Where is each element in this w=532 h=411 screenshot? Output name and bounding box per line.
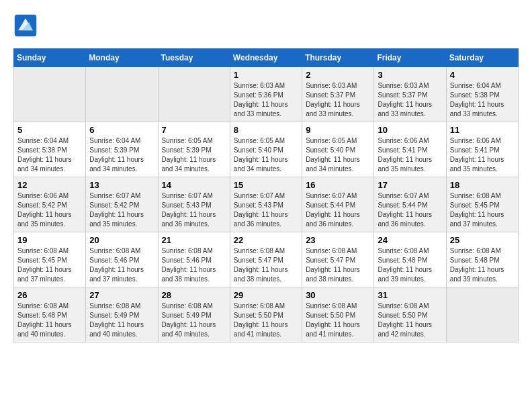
day-info: Sunrise: 6:08 AM Sunset: 5:46 PM Dayligh… bbox=[162, 246, 226, 284]
day-info: Sunrise: 6:03 AM Sunset: 5:37 PM Dayligh… bbox=[378, 81, 442, 119]
calendar-cell bbox=[14, 67, 86, 122]
calendar-cell: 13Sunrise: 6:07 AM Sunset: 5:42 PM Dayli… bbox=[86, 177, 158, 232]
day-info: Sunrise: 6:06 AM Sunset: 5:42 PM Dayligh… bbox=[17, 191, 82, 229]
logo bbox=[13, 13, 40, 38]
day-number: 29 bbox=[234, 290, 298, 300]
calendar-cell: 6Sunrise: 6:04 AM Sunset: 5:39 PM Daylig… bbox=[86, 122, 158, 177]
calendar-cell: 12Sunrise: 6:06 AM Sunset: 5:42 PM Dayli… bbox=[14, 177, 86, 232]
day-number: 31 bbox=[378, 290, 442, 300]
calendar-cell: 4Sunrise: 6:04 AM Sunset: 5:38 PM Daylig… bbox=[446, 67, 518, 122]
calendar-header-row: SundayMondayTuesdayWednesdayThursdayFrid… bbox=[14, 49, 519, 67]
day-info: Sunrise: 6:05 AM Sunset: 5:40 PM Dayligh… bbox=[306, 136, 370, 174]
calendar-cell: 8Sunrise: 6:05 AM Sunset: 5:40 PM Daylig… bbox=[230, 122, 302, 177]
day-number: 30 bbox=[306, 290, 370, 300]
calendar-week-row: 19Sunrise: 6:08 AM Sunset: 5:45 PM Dayli… bbox=[14, 232, 519, 287]
day-number: 17 bbox=[378, 180, 442, 190]
calendar-week-row: 1Sunrise: 6:03 AM Sunset: 5:36 PM Daylig… bbox=[14, 67, 519, 122]
day-number: 1 bbox=[234, 70, 298, 80]
day-info: Sunrise: 6:08 AM Sunset: 5:48 PM Dayligh… bbox=[17, 302, 82, 339]
day-info: Sunrise: 6:07 AM Sunset: 5:44 PM Dayligh… bbox=[378, 191, 442, 229]
day-info: Sunrise: 6:08 AM Sunset: 5:49 PM Dayligh… bbox=[162, 302, 226, 339]
calendar-header-friday: Friday bbox=[374, 49, 446, 67]
calendar-cell: 2Sunrise: 6:03 AM Sunset: 5:37 PM Daylig… bbox=[302, 67, 374, 122]
calendar-cell: 30Sunrise: 6:08 AM Sunset: 5:50 PM Dayli… bbox=[302, 287, 374, 342]
calendar-week-row: 5Sunrise: 6:04 AM Sunset: 5:38 PM Daylig… bbox=[14, 122, 519, 177]
day-number: 16 bbox=[306, 180, 370, 190]
day-number: 6 bbox=[89, 125, 154, 135]
day-number: 3 bbox=[378, 70, 442, 80]
day-info: Sunrise: 6:08 AM Sunset: 5:49 PM Dayligh… bbox=[89, 302, 154, 339]
day-number: 15 bbox=[234, 180, 298, 190]
day-number: 19 bbox=[17, 235, 82, 245]
calendar-cell: 16Sunrise: 6:07 AM Sunset: 5:44 PM Dayli… bbox=[302, 177, 374, 232]
day-number: 8 bbox=[234, 125, 298, 135]
day-info: Sunrise: 6:08 AM Sunset: 5:48 PM Dayligh… bbox=[450, 246, 515, 284]
calendar-cell: 22Sunrise: 6:08 AM Sunset: 5:47 PM Dayli… bbox=[230, 232, 302, 287]
day-info: Sunrise: 6:03 AM Sunset: 5:37 PM Dayligh… bbox=[306, 81, 370, 119]
day-number: 5 bbox=[17, 125, 82, 135]
day-info: Sunrise: 6:04 AM Sunset: 5:39 PM Dayligh… bbox=[89, 136, 154, 174]
calendar-cell: 20Sunrise: 6:08 AM Sunset: 5:46 PM Dayli… bbox=[86, 232, 158, 287]
calendar-header-thursday: Thursday bbox=[302, 49, 374, 67]
calendar-header-monday: Monday bbox=[86, 49, 158, 67]
day-number: 10 bbox=[378, 125, 442, 135]
calendar-cell: 21Sunrise: 6:08 AM Sunset: 5:46 PM Dayli… bbox=[158, 232, 230, 287]
day-info: Sunrise: 6:06 AM Sunset: 5:41 PM Dayligh… bbox=[450, 136, 515, 174]
calendar-cell: 23Sunrise: 6:08 AM Sunset: 5:47 PM Dayli… bbox=[302, 232, 374, 287]
day-info: Sunrise: 6:07 AM Sunset: 5:44 PM Dayligh… bbox=[306, 191, 370, 229]
calendar-week-row: 26Sunrise: 6:08 AM Sunset: 5:48 PM Dayli… bbox=[14, 287, 519, 342]
calendar-cell: 25Sunrise: 6:08 AM Sunset: 5:48 PM Dayli… bbox=[446, 232, 518, 287]
day-number: 20 bbox=[89, 235, 154, 245]
day-number: 21 bbox=[162, 235, 226, 245]
day-info: Sunrise: 6:05 AM Sunset: 5:40 PM Dayligh… bbox=[234, 136, 298, 174]
calendar-cell: 7Sunrise: 6:05 AM Sunset: 5:39 PM Daylig… bbox=[158, 122, 230, 177]
calendar-cell bbox=[158, 67, 230, 122]
calendar-cell: 26Sunrise: 6:08 AM Sunset: 5:48 PM Dayli… bbox=[14, 287, 86, 342]
day-info: Sunrise: 6:07 AM Sunset: 5:42 PM Dayligh… bbox=[89, 191, 154, 229]
calendar-cell: 27Sunrise: 6:08 AM Sunset: 5:49 PM Dayli… bbox=[86, 287, 158, 342]
calendar-cell: 17Sunrise: 6:07 AM Sunset: 5:44 PM Dayli… bbox=[374, 177, 446, 232]
day-info: Sunrise: 6:05 AM Sunset: 5:39 PM Dayligh… bbox=[162, 136, 226, 174]
day-info: Sunrise: 6:08 AM Sunset: 5:50 PM Dayligh… bbox=[306, 302, 370, 339]
calendar-cell: 11Sunrise: 6:06 AM Sunset: 5:41 PM Dayli… bbox=[446, 122, 518, 177]
day-info: Sunrise: 6:08 AM Sunset: 5:47 PM Dayligh… bbox=[306, 246, 370, 284]
day-info: Sunrise: 6:08 AM Sunset: 5:50 PM Dayligh… bbox=[378, 302, 442, 339]
day-info: Sunrise: 6:08 AM Sunset: 5:50 PM Dayligh… bbox=[234, 302, 298, 339]
calendar-header-tuesday: Tuesday bbox=[158, 49, 230, 67]
day-info: Sunrise: 6:04 AM Sunset: 5:38 PM Dayligh… bbox=[17, 136, 82, 174]
day-info: Sunrise: 6:08 AM Sunset: 5:47 PM Dayligh… bbox=[234, 246, 298, 284]
day-info: Sunrise: 6:07 AM Sunset: 5:43 PM Dayligh… bbox=[162, 191, 226, 229]
calendar-header-saturday: Saturday bbox=[446, 49, 518, 67]
calendar-cell: 3Sunrise: 6:03 AM Sunset: 5:37 PM Daylig… bbox=[374, 67, 446, 122]
day-number: 23 bbox=[306, 235, 370, 245]
calendar-cell: 28Sunrise: 6:08 AM Sunset: 5:49 PM Dayli… bbox=[158, 287, 230, 342]
day-number: 25 bbox=[450, 235, 515, 245]
day-info: Sunrise: 6:08 AM Sunset: 5:45 PM Dayligh… bbox=[450, 191, 515, 229]
calendar-cell: 9Sunrise: 6:05 AM Sunset: 5:40 PM Daylig… bbox=[302, 122, 374, 177]
calendar-cell: 1Sunrise: 6:03 AM Sunset: 5:36 PM Daylig… bbox=[230, 67, 302, 122]
day-info: Sunrise: 6:08 AM Sunset: 5:46 PM Dayligh… bbox=[89, 246, 154, 284]
calendar-cell bbox=[446, 287, 518, 342]
day-number: 28 bbox=[162, 290, 226, 300]
day-number: 22 bbox=[234, 235, 298, 245]
page-header bbox=[13, 13, 519, 38]
day-number: 14 bbox=[162, 180, 226, 190]
calendar-table: SundayMondayTuesdayWednesdayThursdayFrid… bbox=[13, 48, 519, 342]
calendar-cell: 19Sunrise: 6:08 AM Sunset: 5:45 PM Dayli… bbox=[14, 232, 86, 287]
calendar-cell: 5Sunrise: 6:04 AM Sunset: 5:38 PM Daylig… bbox=[14, 122, 86, 177]
calendar-cell: 15Sunrise: 6:07 AM Sunset: 5:43 PM Dayli… bbox=[230, 177, 302, 232]
calendar-cell: 18Sunrise: 6:08 AM Sunset: 5:45 PM Dayli… bbox=[446, 177, 518, 232]
day-number: 27 bbox=[89, 290, 154, 300]
calendar-cell: 10Sunrise: 6:06 AM Sunset: 5:41 PM Dayli… bbox=[374, 122, 446, 177]
day-info: Sunrise: 6:03 AM Sunset: 5:36 PM Dayligh… bbox=[234, 81, 298, 119]
day-number: 13 bbox=[89, 180, 154, 190]
calendar-cell: 29Sunrise: 6:08 AM Sunset: 5:50 PM Dayli… bbox=[230, 287, 302, 342]
day-number: 24 bbox=[378, 235, 442, 245]
day-number: 11 bbox=[450, 125, 515, 135]
day-number: 18 bbox=[450, 180, 515, 190]
day-number: 7 bbox=[162, 125, 226, 135]
calendar-week-row: 12Sunrise: 6:06 AM Sunset: 5:42 PM Dayli… bbox=[14, 177, 519, 232]
calendar-cell: 24Sunrise: 6:08 AM Sunset: 5:48 PM Dayli… bbox=[374, 232, 446, 287]
day-number: 26 bbox=[17, 290, 82, 300]
calendar-header-sunday: Sunday bbox=[14, 49, 86, 67]
